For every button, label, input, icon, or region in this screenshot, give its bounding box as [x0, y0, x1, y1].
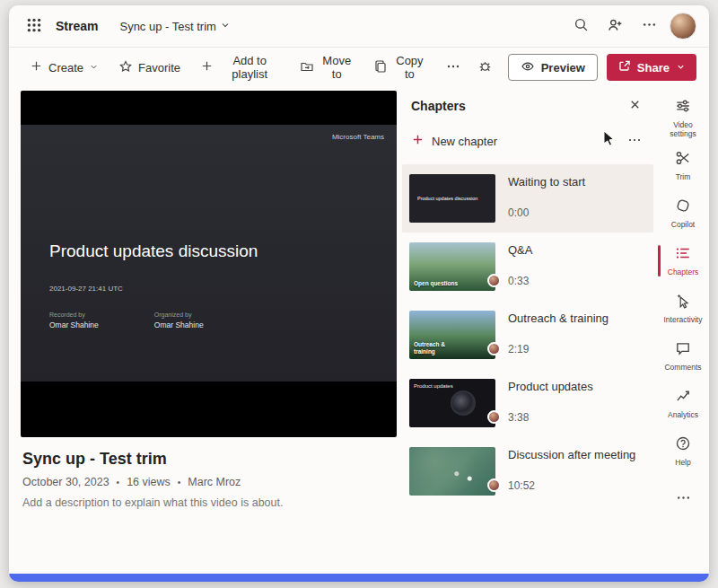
content-area: Microsoft Teams Product updates discussi…	[9, 87, 709, 535]
move-to-label: Move to	[320, 54, 354, 81]
invite-people-button[interactable]	[601, 13, 628, 39]
chapter-text: Product updates 3:38	[506, 379, 593, 427]
chapter-thumbnail: Open questions	[409, 242, 495, 291]
rail-more-button[interactable]	[670, 486, 696, 513]
preview-button[interactable]: Preview	[508, 54, 598, 81]
rail-item-trim[interactable]: Trim	[657, 142, 709, 189]
chapter-list: Product updates discussion Waiting to st…	[402, 164, 653, 505]
chapter-title: Outreach & training	[508, 312, 609, 325]
rail-item-label: Copilot	[671, 220, 695, 229]
thumbnail-image: Product updates	[409, 379, 495, 427]
star-icon	[118, 59, 133, 76]
toolbar-more-button[interactable]	[438, 54, 468, 82]
chapter-time: 3:38	[508, 411, 593, 424]
video-meta: October 30, 2023 • 16 views • Marc Mroz	[22, 476, 393, 488]
copy-icon	[373, 59, 388, 76]
chapter-row[interactable]: Discussion after meeting 10:52	[402, 437, 653, 505]
meta-separator: •	[178, 478, 181, 487]
user-avatar[interactable]	[670, 13, 696, 39]
add-to-playlist-button[interactable]: Add to playlist	[192, 48, 288, 86]
chevron-down-icon	[676, 61, 686, 75]
video-info: Sync up - Test trim October 30, 2023 • 1…	[21, 437, 397, 509]
cursor-sparkle-icon	[675, 293, 691, 312]
more-horizontal-icon	[642, 17, 657, 35]
rail-item-help[interactable]: Help	[657, 427, 709, 475]
create-button[interactable]: Create	[22, 54, 107, 81]
share-button[interactable]: Share	[607, 54, 696, 81]
thumbnail-image: Product updates discussion	[409, 174, 495, 223]
waffle-menu-button[interactable]	[22, 13, 47, 39]
chapter-row[interactable]: Open questions Q&A 0:33	[402, 233, 653, 301]
rail-item-interactivity[interactable]: Interactivity	[657, 285, 709, 332]
document-title: Sync up - Test trim	[119, 20, 215, 33]
more-horizontal-icon	[446, 59, 460, 76]
search-button[interactable]	[567, 13, 594, 39]
chapter-title: Discussion after meeting	[508, 448, 635, 461]
favorite-label: Favorite	[138, 61, 180, 75]
stream-window: Stream Sync up - Test trim	[9, 5, 709, 582]
thumbnail-caption: Open questions	[414, 280, 458, 287]
preview-label: Preview	[541, 61, 585, 75]
copilot-icon	[675, 197, 691, 216]
new-chapter-label: New chapter	[432, 135, 497, 148]
rail-item-label: Interactivity	[664, 315, 703, 324]
topbar-more-button[interactable]	[635, 13, 662, 39]
chevron-down-icon	[89, 61, 99, 75]
plus-icon	[200, 59, 214, 75]
slide-people: Recorded by Omar Shahine Organized by Om…	[49, 312, 204, 329]
person-add-icon	[607, 17, 623, 36]
chapter-title: Waiting to start	[508, 175, 585, 189]
chapter-title: Q&A	[508, 243, 532, 257]
main-column: Microsoft Teams Product updates discussi…	[9, 87, 397, 535]
video-player[interactable]: Microsoft Teams Product updates discussi…	[21, 91, 397, 437]
chapter-row[interactable]: Outreach & training Outreach & training …	[402, 301, 653, 369]
rail-item-label: Comments	[664, 363, 701, 372]
video-date: October 30, 2023	[22, 476, 109, 488]
document-title-dropdown[interactable]: Sync up - Test trim	[119, 20, 230, 33]
command-bar: Create Favorite Add to playlist Move to	[9, 48, 709, 87]
chapter-row[interactable]: Product updates discussion Waiting to st…	[402, 164, 653, 233]
chapter-time: 0:00	[508, 206, 585, 219]
comment-icon	[675, 340, 691, 359]
rail-item-analytics[interactable]: Analytics	[657, 380, 709, 427]
close-panel-button[interactable]	[621, 92, 648, 119]
move-to-button[interactable]: Move to	[292, 48, 362, 86]
new-chapter-button[interactable]: New chapter	[411, 133, 497, 149]
video-description[interactable]: Add a description to explain what this v…	[22, 496, 393, 509]
slide-datetime: 2021-09-27 21:41 UTC	[49, 285, 123, 293]
rail-item-video-settings[interactable]: Video settings	[657, 94, 709, 142]
chapter-text: Outreach & training 2:19	[506, 311, 609, 359]
rail-item-chapters[interactable]: Chapters	[657, 237, 709, 285]
thumbnail-caption: Product updates discussion	[409, 196, 477, 201]
chapters-more-button[interactable]	[621, 127, 648, 154]
rail-item-label: Analytics	[668, 410, 698, 419]
organized-by-label: Organized by	[154, 312, 204, 318]
debug-button[interactable]	[472, 54, 499, 81]
copy-to-label: Copy to	[393, 54, 426, 81]
organized-by-block: Organized by Omar Shahine	[154, 312, 204, 329]
presenter-avatar	[487, 410, 501, 424]
plus-icon	[30, 59, 43, 75]
thumbnail-image: Outreach & training	[409, 311, 495, 359]
right-rail: Video settings Trim Copilot	[657, 87, 709, 535]
plus-icon	[411, 133, 425, 149]
rail-item-copilot[interactable]: Copilot	[657, 189, 709, 237]
help-icon	[675, 435, 691, 454]
folder-move-icon	[300, 59, 314, 76]
rail-item-comments[interactable]: Comments	[657, 332, 709, 380]
chapter-time: 2:19	[508, 343, 609, 355]
waffle-icon	[26, 17, 42, 36]
video-frame: Microsoft Teams Product updates discussi…	[21, 125, 397, 382]
favorite-button[interactable]: Favorite	[110, 54, 188, 82]
chapter-thumbnail: Product updates	[409, 379, 495, 427]
chapter-row[interactable]: Product updates Product updates 3:38	[402, 369, 653, 437]
top-bar: Stream Sync up - Test trim	[9, 5, 709, 47]
chapter-text: Waiting to start 0:00	[506, 174, 585, 223]
chapter-title: Product updates	[508, 380, 593, 393]
chapters-panel: Chapters New chapter	[397, 87, 657, 535]
video-author[interactable]: Marc Mroz	[188, 476, 241, 488]
create-label: Create	[48, 61, 83, 75]
presenter-avatar	[487, 274, 501, 287]
topbar-actions	[567, 13, 696, 39]
copy-to-button[interactable]: Copy to	[365, 48, 434, 86]
